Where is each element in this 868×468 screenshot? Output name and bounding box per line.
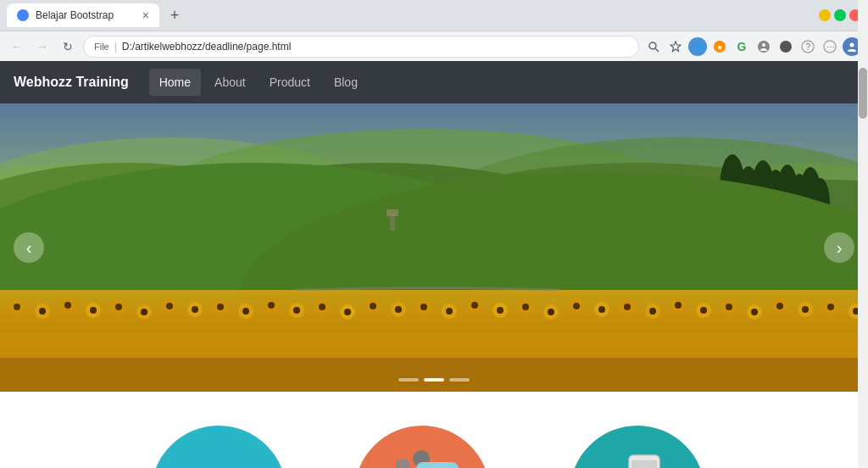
navbar: Webhozz Training Home About Product Blog [0, 61, 868, 103]
nav-link-home[interactable]: Home [149, 69, 201, 96]
svg-point-63 [217, 304, 224, 310]
service-web-programming: <code> </> Web Programming [354, 426, 490, 468]
browser-ext-1[interactable]: 🌐 [688, 37, 707, 56]
svg-point-0 [649, 42, 656, 49]
navbar-brand: Webhozz Training [14, 75, 129, 90]
reload-button[interactable]: ↻ [58, 36, 78, 57]
svg-point-49 [39, 308, 46, 315]
scrollbar [858, 0, 868, 468]
svg-point-93 [598, 306, 605, 313]
carousel-next-button[interactable]: › [824, 232, 854, 263]
svg-point-15 [850, 42, 854, 47]
svg-point-85 [497, 307, 504, 314]
svg-point-51 [64, 302, 71, 309]
svg-point-103 [726, 304, 732, 310]
svg-point-111 [827, 304, 834, 310]
svg-point-59 [166, 303, 173, 309]
nav-link-about[interactable]: About [204, 69, 256, 96]
scrollbar-thumb[interactable] [859, 68, 867, 119]
svg-point-77 [395, 306, 402, 313]
browser-help-icon[interactable]: ? [798, 37, 817, 56]
address-bar: ← → ↻ File | D:/artikelwebhozz/deadline/… [0, 31, 868, 61]
svg-point-87 [522, 304, 529, 310]
svg-point-61 [192, 306, 198, 313]
svg-point-53 [90, 307, 97, 314]
service-icon-android [570, 426, 705, 468]
svg-point-105 [751, 309, 758, 315]
svg-point-89 [548, 309, 554, 315]
search-icon[interactable] [644, 37, 663, 56]
svg-point-95 [624, 304, 631, 310]
svg-point-109 [802, 306, 809, 313]
back-button[interactable]: ← [7, 36, 27, 57]
svg-rect-149 [632, 460, 657, 468]
title-bar: Belajar Bootstrap × + [0, 0, 868, 31]
browser-settings-icon[interactable]: ⋯ [821, 37, 839, 56]
maximize-button[interactable] [834, 9, 846, 21]
svg-rect-117 [387, 209, 398, 216]
service-icon-web-design [151, 426, 287, 468]
web-design-icon [164, 438, 274, 468]
svg-point-73 [344, 309, 351, 315]
url-path: D:/artikelwebhozz/deadline/page.html [122, 41, 291, 53]
svg-rect-134 [416, 462, 459, 468]
window-controls [819, 9, 861, 21]
svg-point-55 [115, 304, 122, 310]
browser-ext-5[interactable] [776, 37, 795, 56]
service-web-design: Web Design [151, 426, 287, 468]
minimize-button[interactable] [819, 9, 831, 21]
carousel-prev-button[interactable]: ‹ [14, 232, 44, 263]
url-bar[interactable]: File | D:/artikelwebhozz/deadline/page.h… [83, 36, 639, 58]
url-protocol-label: File [94, 42, 109, 52]
svg-point-81 [446, 308, 453, 315]
svg-text:?: ? [806, 42, 811, 52]
nav-link-product[interactable]: Product [259, 69, 320, 96]
svg-point-8 [762, 43, 765, 47]
svg-point-9 [780, 41, 792, 53]
browser-ext-4[interactable] [754, 37, 773, 56]
toolbar-icons: 🌐 ★ G ? ⋯ [644, 37, 861, 56]
tab-favicon [17, 9, 29, 21]
svg-point-91 [573, 303, 580, 309]
svg-point-69 [293, 307, 300, 314]
svg-point-99 [675, 302, 682, 309]
carousel-indicator-2[interactable] [449, 378, 470, 382]
nav-links: Home About Product Blog [149, 69, 368, 96]
android-icon [582, 438, 693, 468]
tab-title: Belajar Bootstrap [36, 9, 114, 21]
browser-ext-3[interactable]: G [732, 37, 751, 56]
svg-point-47 [14, 304, 20, 310]
svg-point-79 [420, 304, 427, 310]
svg-rect-128 [396, 464, 409, 467]
svg-point-83 [471, 302, 478, 309]
hero-carousel: ‹ › [0, 103, 868, 392]
nav-link-blog[interactable]: Blog [324, 69, 368, 96]
carousel-indicators [398, 378, 470, 382]
carousel-indicator-1[interactable] [424, 378, 444, 382]
tab-close-button[interactable]: × [142, 9, 149, 21]
forward-button[interactable]: → [32, 36, 53, 57]
svg-line-1 [655, 48, 659, 52]
svg-rect-115 [0, 358, 868, 392]
carousel-indicator-0[interactable] [398, 378, 419, 382]
carousel-image [0, 103, 868, 392]
svg-point-75 [370, 303, 376, 309]
new-tab-button[interactable]: + [163, 3, 186, 27]
svg-text:🌐: 🌐 [694, 42, 703, 51]
svg-text:⋯: ⋯ [826, 42, 835, 52]
browser-tab[interactable]: Belajar Bootstrap × [7, 3, 159, 27]
svg-point-67 [268, 302, 275, 309]
svg-point-71 [319, 304, 326, 310]
service-icon-web-prog: <code> </> [354, 426, 490, 468]
svg-text:★: ★ [716, 43, 723, 52]
svg-point-65 [242, 308, 249, 315]
svg-point-107 [776, 303, 783, 309]
svg-point-57 [141, 309, 147, 315]
bookmark-icon[interactable] [666, 37, 685, 56]
service-android: Android Development [558, 426, 716, 468]
browser-chrome: Belajar Bootstrap × + ← → ↻ File | D:/ar… [0, 0, 868, 61]
svg-marker-2 [670, 42, 681, 52]
browser-ext-2[interactable]: ★ [710, 37, 729, 56]
svg-point-97 [649, 308, 656, 315]
url-separator: | [114, 41, 117, 53]
